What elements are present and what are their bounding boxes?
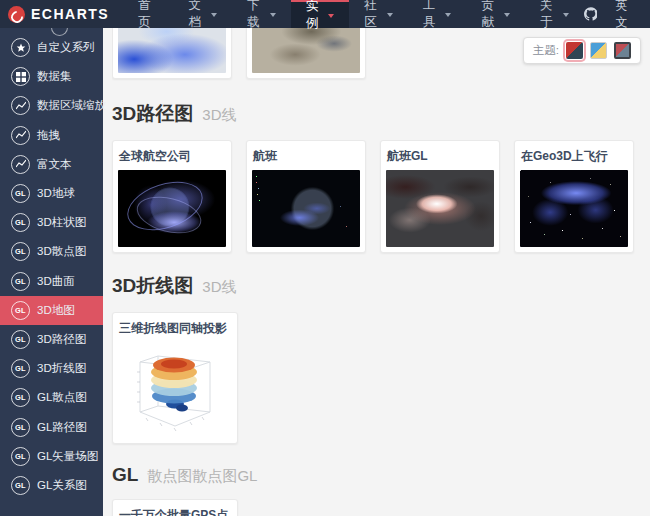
- gl-badge-text: GL: [15, 452, 26, 461]
- caret-down-icon: [387, 13, 393, 17]
- nav-item-label: 实例: [306, 0, 325, 32]
- sidebar-item-3d-globe[interactable]: GL 3D地球: [0, 179, 103, 208]
- gl-badge-text: GL: [15, 393, 26, 402]
- echarts-logo-icon: [8, 6, 25, 23]
- example-card-title: 一千万个批量GPS点: [118, 505, 232, 516]
- thumbnail-3d-map: [118, 28, 226, 73]
- example-card-airline[interactable]: 全球航空公司: [112, 140, 232, 253]
- sidebar-item-label: 3D地球: [37, 186, 75, 201]
- top-navigation: ECHARTS 首页 文档 下载 实例 社区 工具 贡献: [0, 0, 650, 28]
- theme-swatch-light[interactable]: [590, 42, 607, 59]
- gl-badge-icon: GL: [11, 388, 30, 407]
- nav-item-tools[interactable]: 工具: [408, 0, 467, 28]
- example-card[interactable]: [112, 28, 232, 79]
- gl-badge-text: GL: [15, 189, 26, 198]
- gl-badge-text: GL: [15, 218, 26, 227]
- example-card-orthographic-line3d[interactable]: 三维折线图同轴投影: [112, 312, 238, 444]
- gl-badge-icon: GL: [11, 272, 30, 291]
- gl-badge-text: GL: [15, 481, 26, 490]
- card-row-line3d: 三维折线图同轴投影: [112, 312, 650, 444]
- theme-swatch-default[interactable]: [566, 42, 583, 59]
- nav-right-cluster: 英文: [584, 0, 650, 28]
- example-card-title: 全球航空公司: [118, 146, 226, 170]
- section-subtitle: 3D线: [202, 278, 236, 297]
- example-card-title: 航班: [252, 146, 360, 170]
- sidebar-item-3d-lines[interactable]: GL 3D路径图: [0, 325, 103, 354]
- sidebar-item-3d-map[interactable]: GL 3D地图: [0, 296, 103, 325]
- sidebar-item-label: GL关系图: [37, 478, 87, 493]
- example-card-title: 航班GL: [386, 146, 494, 170]
- sidebar-item-label: 3D地图: [37, 303, 75, 318]
- sidebar-item-3d-surface[interactable]: GL 3D曲面: [0, 267, 103, 296]
- nav-item-label: 工具: [423, 0, 442, 31]
- sidebar-item-3d-scatter[interactable]: GL 3D散点图: [0, 237, 103, 266]
- nav-item-label: 首页: [138, 0, 158, 31]
- card-row-scatter-gl: 一千万个批量GPS点: [112, 499, 650, 516]
- sidebar-item-rich-text[interactable]: 富文本: [0, 150, 103, 179]
- echarts-logo[interactable]: ECHARTS: [0, 0, 123, 28]
- section-title: GL: [112, 464, 138, 486]
- sidebar-item-3d-bar[interactable]: GL 3D柱状图: [0, 208, 103, 237]
- caret-down-icon: [328, 14, 334, 18]
- sidebar-item-drag[interactable]: 拖拽: [0, 121, 103, 150]
- nav-item-label: 社区: [364, 0, 383, 31]
- gl-badge-icon: GL: [11, 184, 30, 203]
- sidebar-item-label: 数据区域缩放: [37, 98, 106, 113]
- gl-badge-text: GL: [15, 247, 26, 256]
- sidebar-item-gl-flow[interactable]: GL GL矢量场图: [0, 442, 103, 471]
- nav-item-docs[interactable]: 文档: [174, 0, 233, 28]
- line-chart-icon: [11, 126, 30, 145]
- example-card[interactable]: [246, 28, 366, 79]
- sidebar-item-custom-series[interactable]: 自定义系列: [0, 33, 103, 62]
- gl-badge-icon: GL: [11, 447, 30, 466]
- gl-badge-text: GL: [15, 335, 26, 344]
- gl-badge-icon: GL: [11, 330, 30, 349]
- example-card-flights[interactable]: 航班: [246, 140, 366, 253]
- card-row-lines3d: 全球航空公司 航班 航班GL 在Geo3D上飞行: [112, 140, 650, 253]
- thumbnail-3d-terrain: [252, 28, 360, 73]
- nav-item-contribute[interactable]: 贡献: [466, 0, 525, 28]
- gl-badge-text: GL: [15, 306, 26, 315]
- sidebar-item-gl-graph[interactable]: GL GL关系图: [0, 471, 103, 500]
- caret-down-icon: [504, 13, 510, 17]
- sidebar-item-label: 3D折线图: [37, 361, 86, 376]
- sidebar-item-3d-line[interactable]: GL 3D折线图: [0, 354, 103, 383]
- sidebar-item-label: 3D曲面: [37, 274, 75, 289]
- theme-swatch-dark[interactable]: [614, 42, 631, 59]
- sidebar-item-datazoom[interactable]: 数据区域缩放: [0, 91, 103, 120]
- echarts-logo-text: ECHARTS: [31, 6, 109, 22]
- gl-badge-icon: GL: [11, 242, 30, 261]
- gl-badge-icon: GL: [11, 476, 30, 495]
- gl-badge-icon: GL: [11, 359, 30, 378]
- nav-item-examples[interactable]: 实例: [291, 0, 350, 28]
- nav-item-home[interactable]: 首页: [123, 0, 173, 28]
- nav-item-download[interactable]: 下载: [232, 0, 291, 28]
- language-toggle[interactable]: 英文: [615, 0, 636, 31]
- example-card-title: 三维折线图同轴投影: [118, 318, 232, 342]
- sidebar-item-label: 富文本: [37, 157, 72, 172]
- sidebar-item-gl-scatter[interactable]: GL GL散点图: [0, 383, 103, 412]
- nav-item-about[interactable]: 关于: [525, 0, 584, 28]
- example-card-gps-points[interactable]: 一千万个批量GPS点: [112, 499, 238, 516]
- github-icon[interactable]: [584, 6, 598, 22]
- theme-label: 主题:: [533, 43, 559, 58]
- main-menu: 首页 文档 下载 实例 社区 工具 贡献 关于: [123, 0, 583, 28]
- category-sidebar: 自定义系列 数据集 数据区域缩放 拖拽 富文本 GL 3D地球 GL 3D柱状图…: [0, 28, 103, 516]
- example-card-title: 在Geo3D上飞行: [520, 146, 628, 170]
- gl-badge-icon: GL: [11, 301, 30, 320]
- caret-down-icon: [563, 13, 569, 17]
- section-header-line3d: 3D折线图 3D线: [112, 273, 650, 299]
- sidebar-item-label: GL路径图: [37, 420, 87, 435]
- nav-item-community[interactable]: 社区: [349, 0, 408, 28]
- sidebar-item-label: GL散点图: [37, 390, 87, 405]
- sidebar-item-gl-lines[interactable]: GL GL路径图: [0, 412, 103, 441]
- caret-down-icon: [211, 13, 217, 17]
- sidebar-item-label: 数据集: [37, 69, 72, 84]
- gl-badge-icon: GL: [11, 213, 30, 232]
- example-card-geo3d-flights[interactable]: 在Geo3D上飞行: [514, 140, 634, 253]
- thumbnail-3d-spiral-chart: [118, 342, 232, 438]
- sidebar-item-label: GL矢量场图: [37, 449, 98, 464]
- example-card-flights-gl[interactable]: 航班GL: [380, 140, 500, 253]
- thumbnail-worldmap-glow: [386, 170, 494, 247]
- sidebar-item-dataset[interactable]: 数据集: [0, 62, 103, 91]
